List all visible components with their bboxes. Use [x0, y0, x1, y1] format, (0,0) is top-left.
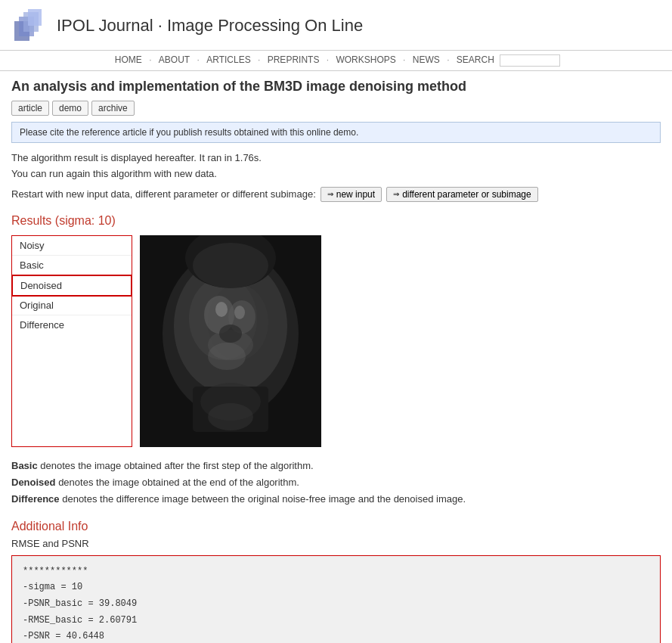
code-line-1: -sigma = 10	[23, 579, 649, 596]
restart-line: Restart with new input data, different p…	[11, 187, 661, 202]
tab-bar: article demo archive	[11, 101, 661, 116]
result-text-block: The algorithm result is displayed hereaf…	[11, 151, 661, 182]
desc-difference: Difference denotes the difference image …	[11, 491, 661, 508]
desc-basic-term: Basic	[11, 460, 38, 471]
image-descriptions: Basic denotes the image obtained after t…	[11, 458, 661, 508]
desc-basic: Basic denotes the image obtained after t…	[11, 458, 661, 474]
info-banner: Please cite the reference article if you…	[11, 122, 661, 143]
code-line-3: -RMSE_basic = 2.60791	[23, 613, 649, 629]
result-line1: The algorithm result is displayed hereaf…	[11, 151, 661, 166]
tab-archive[interactable]: archive	[91, 101, 135, 116]
tab-demo[interactable]: demo	[52, 101, 88, 116]
desc-denoised-text: denotes the image obtained at the end of…	[58, 477, 299, 488]
code-line-2: -PSNR_basic = 39.8049	[23, 596, 649, 613]
image-tab-basic[interactable]: Basic	[12, 256, 132, 275]
mri-image-svg	[140, 235, 321, 447]
svg-point-13	[215, 302, 228, 317]
rmse-psnr-label: RMSE and PSNR	[11, 538, 661, 549]
desc-denoised: Denoised denotes the image obtained at t…	[11, 474, 661, 491]
results-title: Results (sigma: 10)	[11, 214, 661, 228]
svg-point-14	[234, 306, 245, 319]
nav-about[interactable]: ABOUT	[159, 54, 190, 65]
image-tab-list: Noisy Basic Denoised Original Difference	[11, 235, 132, 447]
logo	[11, 8, 48, 44]
code-line-0: ************	[23, 564, 649, 580]
desc-difference-text: denotes the difference image between the…	[62, 493, 466, 505]
restart-label: Restart with new input data, different p…	[11, 188, 316, 200]
image-panel: Noisy Basic Denoised Original Difference	[11, 235, 661, 447]
image-tab-noisy[interactable]: Noisy	[12, 236, 132, 256]
main-content: An analysis and implementation of the BM…	[0, 71, 672, 643]
nav-workshops[interactable]: WORKSHOPS	[336, 54, 395, 65]
nav-home[interactable]: HOME	[115, 54, 142, 65]
image-tab-original[interactable]: Original	[12, 296, 132, 315]
site-title: IPOL Journal · Image Processing On Line	[57, 16, 363, 36]
nav-articles[interactable]: ARTICLES	[206, 54, 250, 65]
nav-preprints[interactable]: PREPRINTS	[268, 54, 320, 65]
page-title: An analysis and implementation of the BM…	[11, 79, 661, 95]
header: IPOL Journal · Image Processing On Line	[0, 0, 672, 51]
arrow-icon: ⇒	[327, 190, 333, 198]
different-param-button[interactable]: ⇒ different parameter or subimage	[386, 187, 538, 202]
svg-point-12	[208, 343, 246, 370]
svg-point-15	[219, 325, 242, 343]
image-tab-difference[interactable]: Difference	[12, 315, 132, 334]
new-input-button[interactable]: ⇒ new input	[321, 187, 382, 202]
svg-point-18	[208, 403, 253, 430]
result-line2: You can run again this algorithm with ne…	[11, 166, 661, 182]
nav-search-input[interactable]	[500, 54, 560, 67]
desc-basic-text: denotes the image obtained after the fir…	[40, 460, 313, 471]
code-line-4: -PSNR = 40.6448	[23, 629, 649, 643]
navigation: HOME · ABOUT · ARTICLES · PREPRINTS · WO…	[0, 51, 672, 71]
svg-point-20	[193, 243, 268, 288]
image-display	[140, 235, 321, 447]
desc-difference-term: Difference	[11, 493, 60, 505]
nav-news[interactable]: NEWS	[413, 54, 440, 65]
image-tab-denoised[interactable]: Denoised	[11, 275, 132, 297]
desc-denoised-term: Denoised	[11, 477, 56, 488]
svg-rect-3	[28, 9, 42, 26]
nav-search[interactable]: SEARCH	[457, 54, 494, 65]
arrow-icon-2: ⇒	[393, 190, 399, 198]
additional-info-title: Additional Info	[11, 520, 661, 533]
tab-article[interactable]: article	[11, 101, 49, 116]
code-box: ************ -sigma = 10 -PSNR_basic = 3…	[11, 555, 661, 643]
